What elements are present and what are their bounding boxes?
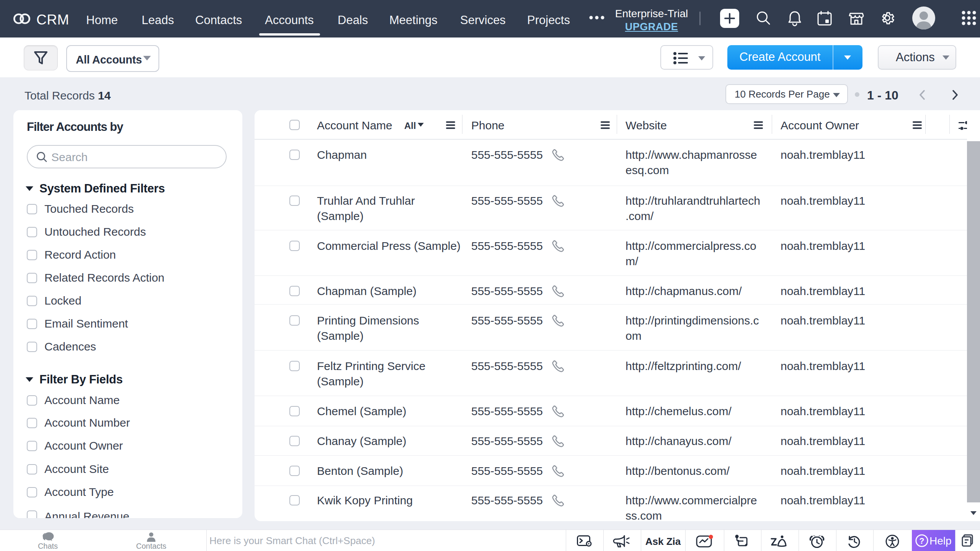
svg-text:?: ? bbox=[919, 536, 924, 546]
